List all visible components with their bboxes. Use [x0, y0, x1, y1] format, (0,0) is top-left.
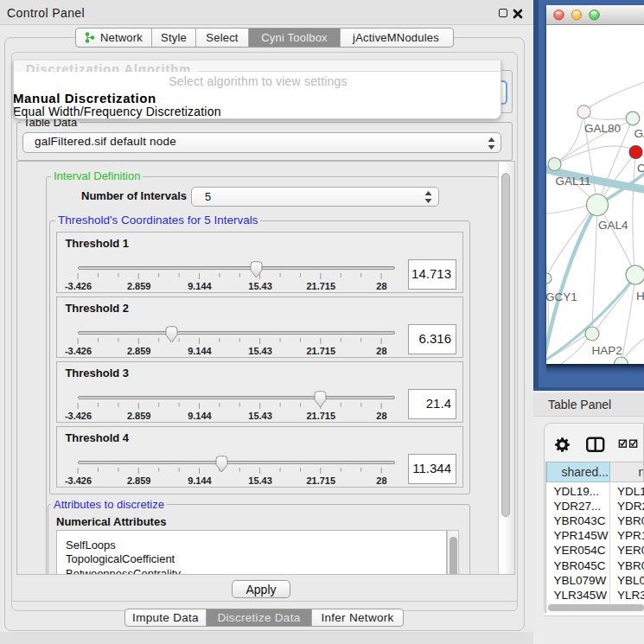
svg-text:GA: GA [634, 127, 644, 140]
svg-text:HIS: HIS [636, 290, 644, 303]
svg-text:HAP2: HAP2 [592, 343, 622, 356]
svg-text:GAL11: GAL11 [556, 174, 591, 187]
svg-text:GCY1: GCY1 [546, 290, 577, 303]
svg-text:GAL80: GAL80 [584, 122, 621, 135]
svg-text:CR: CR [637, 162, 644, 175]
svg-text:GAL4: GAL4 [598, 218, 628, 231]
